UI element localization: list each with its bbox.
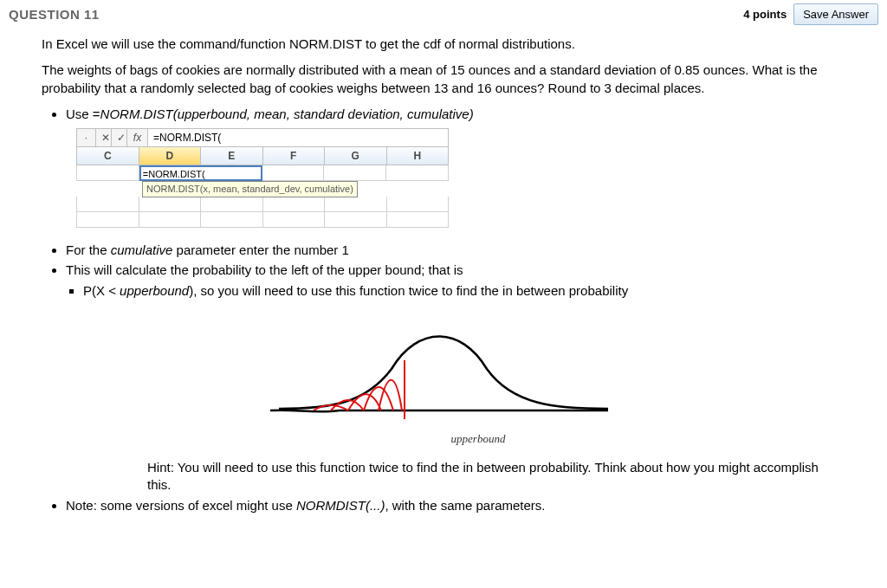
bell-curve-figure: upperbound [244,308,643,447]
bullet-use-prefix: Use = [66,107,100,121]
question-body: In Excel we will use the command/functio… [0,36,887,533]
formula-bar-value: =NORM.DIST( [148,129,448,146]
fx-cancel-icon: ✕ [96,129,112,146]
points-label: 4 points [743,8,787,21]
cell-h [386,165,449,181]
cell-f [262,165,325,181]
column-headers: C D E F G H [76,147,449,165]
active-cell: =NORM.DIST( [139,165,262,181]
bullet-use-formula: NORM.DIST(upperbound, mean, standard dev… [100,107,474,121]
col-d: D [139,147,202,165]
bullet-use: Use =NORM.DIST(upperbound, mean, standar… [66,106,845,123]
intro-text: In Excel we will use the command/functio… [42,36,845,53]
bullet-cumulative: For the cumulative parameter enter the n… [66,242,845,259]
col-g: G [325,147,387,165]
hint-text: Hint: You will need to use this function… [147,459,845,494]
fx-accept-icon: ✓ [112,129,127,146]
function-tooltip: NORM.DIST(x, mean, standard_dev, cumulat… [142,181,358,197]
bullet-note: Note: some versions of excel might use N… [66,497,845,514]
cell-g [324,165,386,181]
col-h: H [387,147,450,165]
bell-curve-svg [262,308,625,430]
sub-bullet-px: P(X < upperbound), so you will need to u… [83,282,845,300]
col-e: E [201,147,263,165]
question-title: QUESTION 11 [9,7,743,22]
save-answer-button[interactable]: Save Answer [793,3,878,25]
cell-c [76,165,139,181]
bullet-leftprob: This will calculate the probability to t… [66,262,845,279]
curve-upperbound-label: upperbound [244,431,643,447]
col-f: F [263,147,326,165]
problem-text: The weights of bags of cookies are norma… [42,61,845,97]
fx-dropdown-icon: · [77,129,96,146]
excel-snapshot: · ✕ ✓ fx =NORM.DIST( C D E F G H =NORM.D… [76,128,449,228]
col-c: C [76,147,139,165]
fx-label: fx [127,129,148,146]
